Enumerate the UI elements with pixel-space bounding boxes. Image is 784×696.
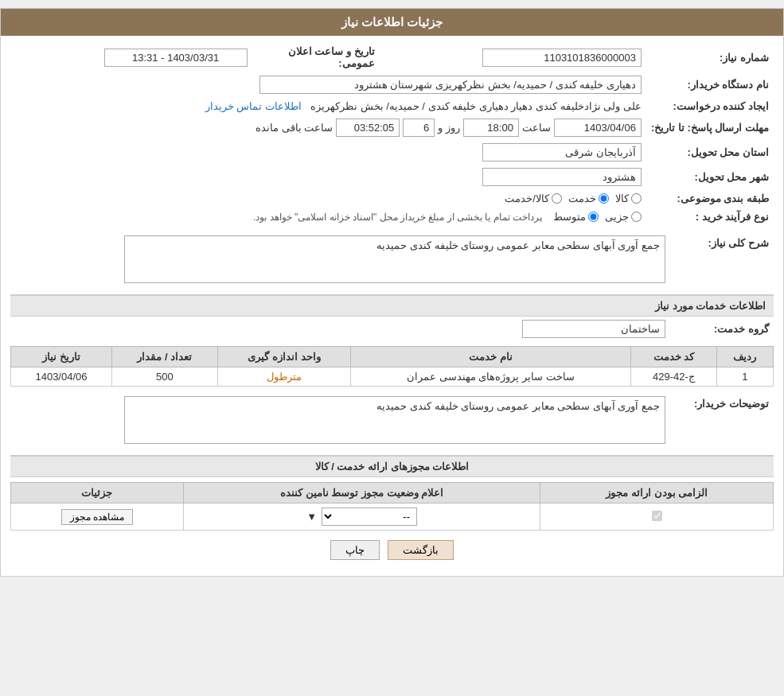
creator-value: علی ولی نژادخلیفه کندی دهیار دهیاری خلیف… xyxy=(10,97,646,115)
response-date-field: 1403/04/06 xyxy=(554,119,642,137)
service-date-1: 1403/04/06 xyxy=(11,367,112,387)
buyer-notes-value: جمع آوری آبهای سطحی معابر عمومی روستای خ… xyxy=(10,393,670,447)
delivery-province-value: آذربایجان شرقی xyxy=(10,140,646,165)
permit-header-row: الزامی بودن ارائه مجوز اعلام وضعیت مجوز … xyxy=(11,483,774,504)
buyer-notes-text: جمع آوری آبهای سطحی معابر عمومی روستای خ… xyxy=(376,400,660,412)
response-deadline-row: مهلت ارسال پاسخ: تا تاریخ: 1403/04/06 سا… xyxy=(10,115,774,140)
contact-link[interactable]: اطلاعات تماس خریدار xyxy=(205,100,302,112)
buyer-notes-table: توضیحات خریدار: جمع آوری آبهای سطحی معاب… xyxy=(10,393,774,447)
description-row: شرح کلی نیاز: جمع آوری آبهای سطحی معابر … xyxy=(10,232,774,286)
creator-label: ایجاد کننده درخواست: xyxy=(646,97,774,115)
permit-col-details: جزئیات xyxy=(11,483,184,504)
permit-status-select-1[interactable]: -- xyxy=(322,507,417,526)
permit-required-checkbox-1 xyxy=(652,511,662,521)
permit-details-1[interactable]: مشاهده مجوز xyxy=(11,504,184,531)
delivery-province-field: آذربایجان شرقی xyxy=(482,143,642,161)
creator-row: ایجاد کننده درخواست: علی ولی نژادخلیفه ک… xyxy=(10,97,774,115)
description-field: جمع آوری آبهای سطحی معابر عمومی روستای خ… xyxy=(124,235,665,283)
print-button[interactable]: چاپ xyxy=(330,540,380,560)
service-table: ردیف کد خدمت نام خدمت واحد اندازه گیری ت… xyxy=(10,346,774,387)
buyer-org-row: نام دستگاه خریدار: دهیاری خلیفه کندی / ح… xyxy=(10,72,774,97)
delivery-city-field: هشترود xyxy=(482,168,642,186)
description-label: شرح کلی نیاز: xyxy=(670,232,774,286)
permit-status-container: -- ▼ xyxy=(190,507,534,526)
service-group-label: گروه خدمت: xyxy=(670,317,774,341)
category-khedmat-label[interactable]: خدمت xyxy=(568,192,609,204)
response-days-field: 6 xyxy=(403,119,435,137)
delivery-province-row: استان محل تحویل: آذربایجان شرقی xyxy=(10,140,774,165)
services-section-title: اطلاعات خدمات مورد نیاز xyxy=(10,294,774,317)
need-number-row: شماره نیاز: 1103101836000003 تاریخ و ساع… xyxy=(10,42,774,72)
buyer-org-field: دهیاری خلیفه کندی / حمیدیه/ بخش نظرکهریز… xyxy=(259,76,642,94)
service-table-header-row: ردیف کد خدمت نام خدمت واحد اندازه گیری ت… xyxy=(11,347,774,367)
page-header: جزئیات اطلاعات نیاز xyxy=(1,9,783,36)
col-name: نام خدمت xyxy=(351,347,631,367)
announce-date-field: 1403/03/31 - 13:31 xyxy=(104,49,248,67)
view-permit-button-1[interactable]: مشاهده مجوز xyxy=(61,509,133,525)
category-khedmat-radio[interactable] xyxy=(599,193,609,204)
permit-col-required: الزامی بودن ارائه مجوز xyxy=(540,483,774,504)
purchase-type-label: نوع فرآیند خرید : xyxy=(646,208,774,226)
service-name-1: ساخت سایر پروژه‌های مهندسی عمران xyxy=(351,367,631,387)
purchase-type-value: جزیی متوسط پرداخت تمام یا بخشی از مبلغ خ… xyxy=(10,208,646,226)
service-group-field: ساختمان xyxy=(522,320,665,338)
col-code: کد خدمت xyxy=(630,347,716,367)
response-time-label: ساعت xyxy=(522,122,551,134)
response-days-label: روز و xyxy=(438,122,460,134)
description-section: شرح کلی نیاز: جمع آوری آبهای سطحی معابر … xyxy=(10,232,774,286)
purchase-motevaset-radio[interactable] xyxy=(588,212,599,222)
description-text: جمع آوری آبهای سطحی معابر عمومی روستای خ… xyxy=(376,239,660,251)
page-wrapper: جزئیات اطلاعات نیاز شماره نیاز: 11031018… xyxy=(0,8,784,577)
category-khedmat-text: خدمت xyxy=(568,192,596,204)
back-button[interactable]: بازگشت xyxy=(388,540,454,560)
purchase-jozi-radio[interactable] xyxy=(631,212,642,222)
info-table: شماره نیاز: 1103101836000003 تاریخ و ساع… xyxy=(10,42,774,226)
service-group-value: ساختمان xyxy=(10,317,670,341)
need-number-field: 1103101836000003 xyxy=(482,49,642,67)
response-deadline-label: مهلت ارسال پاسخ: تا تاریخ: xyxy=(646,115,774,140)
buyer-notes-label: توضیحات خریدار: xyxy=(670,393,774,447)
service-unit-1: مترطول xyxy=(217,367,350,387)
permit-required-1 xyxy=(540,504,774,531)
announce-date-label: تاریخ و ساعت اعلان عمومی: xyxy=(252,42,380,72)
category-value: کالا خدمت کالا/خدمت xyxy=(10,189,646,208)
category-kala-khedmat-text: کالا/خدمت xyxy=(505,192,549,204)
purchase-jozi-text: جزیی xyxy=(605,211,629,223)
category-kala-text: کالا xyxy=(615,192,629,204)
permit-row-1: -- ▼ مشاهده مجوز xyxy=(11,504,774,531)
category-kala-khedmat-label[interactable]: کالا/خدمت xyxy=(505,192,562,204)
delivery-city-value: هشترود xyxy=(10,165,646,189)
permits-table: الزامی بودن ارائه مجوز اعلام وضعیت مجوز … xyxy=(10,482,774,531)
col-index: ردیف xyxy=(716,347,773,367)
col-qty: تعداد / مقدار xyxy=(111,347,217,367)
announce-date-value: 1403/03/31 - 13:31 xyxy=(10,42,252,72)
purchase-type-flex: جزیی متوسط پرداخت تمام یا بخشی از مبلغ خ… xyxy=(15,211,642,223)
permit-col-status: اعلام وضعیت مجوز توسط نامین کننده xyxy=(183,483,540,504)
col-date: تاریخ نیاز xyxy=(11,347,112,367)
response-remaining-label: ساعت باقی مانده xyxy=(255,122,333,134)
service-qty-1: 500 xyxy=(111,367,217,387)
purchase-motevaset-label[interactable]: متوسط xyxy=(553,211,599,223)
category-radio-group: کالا خدمت کالا/خدمت xyxy=(15,192,642,204)
purchase-motevaset-text: متوسط xyxy=(553,211,586,223)
creator-text: علی ولی نژادخلیفه کندی دهیار دهیاری خلیف… xyxy=(310,100,642,112)
category-label: طبقه بندی موضوعی: xyxy=(646,189,774,208)
delivery-province-label: استان محل تحویل: xyxy=(646,140,774,165)
permit-status-dropdown-icon: ▼ xyxy=(306,511,317,523)
category-kala-radio[interactable] xyxy=(631,193,642,204)
category-kala-label[interactable]: کالا xyxy=(615,192,642,204)
purchase-type-row: نوع فرآیند خرید : جزیی متوسط xyxy=(10,208,774,226)
service-row-1: 1 ج-42-429 ساخت سایر پروژه‌های مهندسی عم… xyxy=(11,367,774,387)
col-unit: واحد اندازه گیری xyxy=(217,347,350,367)
deadline-row-flex: 1403/04/06 ساعت 18:00 روز و 6 03:52:05 س… xyxy=(15,119,642,137)
description-table: شرح کلی نیاز: جمع آوری آبهای سطحی معابر … xyxy=(10,232,774,286)
need-number-value: 1103101836000003 xyxy=(380,42,646,72)
buyer-org-value: دهیاری خلیفه کندی / حمیدیه/ بخش نظرکهریز… xyxy=(10,72,646,97)
permit-status-1: -- ▼ xyxy=(183,504,540,531)
delivery-city-row: شهر محل تحویل: هشترود xyxy=(10,165,774,189)
category-kala-khedmat-radio[interactable] xyxy=(552,193,562,204)
main-section: شماره نیاز: 1103101836000003 تاریخ و ساع… xyxy=(1,36,783,576)
service-index-1: 1 xyxy=(716,367,773,387)
purchase-jozi-label[interactable]: جزیی xyxy=(605,211,642,223)
permits-section-title: اطلاعات مجوزهای ارائه خدمت / کالا xyxy=(10,455,774,477)
